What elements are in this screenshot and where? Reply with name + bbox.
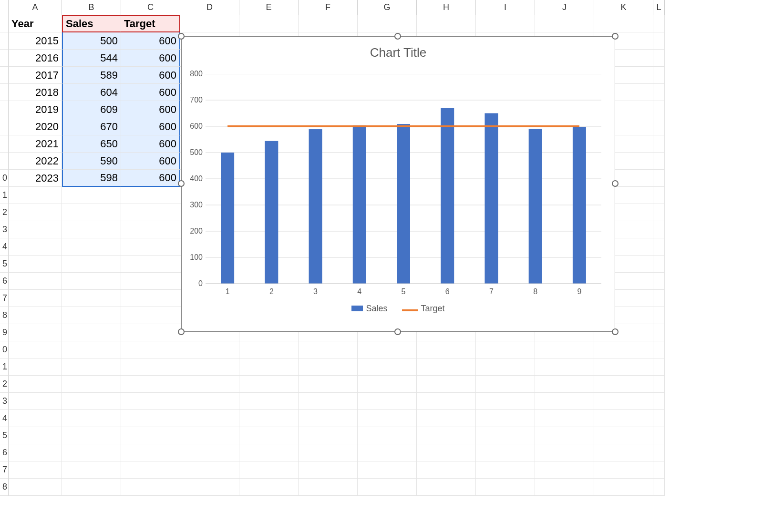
cell[interactable]	[62, 444, 121, 461]
cell[interactable]	[62, 273, 121, 290]
resize-handle-tl[interactable]	[178, 33, 185, 40]
cell[interactable]: 650	[62, 135, 121, 153]
cell[interactable]	[358, 461, 417, 479]
cell[interactable]: 2019	[9, 101, 62, 118]
cell[interactable]: 600	[121, 67, 180, 84]
column-header-E[interactable]: E	[239, 0, 299, 15]
cell[interactable]: 600	[121, 84, 180, 101]
cell[interactable]	[417, 461, 476, 479]
cell[interactable]	[653, 15, 665, 32]
row-header[interactable]	[0, 15, 9, 32]
cell[interactable]	[62, 393, 121, 410]
cell[interactable]	[180, 444, 239, 461]
cell[interactable]: 670	[62, 118, 121, 135]
cell[interactable]	[594, 358, 653, 376]
row-header[interactable]	[0, 50, 9, 67]
cell[interactable]	[594, 15, 653, 32]
cell[interactable]	[62, 479, 121, 496]
cell[interactable]	[9, 256, 62, 273]
cell[interactable]	[9, 427, 62, 444]
column-header-H[interactable]: H	[417, 0, 476, 15]
row-header[interactable]	[0, 118, 9, 135]
cell[interactable]	[535, 461, 594, 479]
cell[interactable]	[535, 393, 594, 410]
cell[interactable]: Year	[9, 15, 62, 32]
cell[interactable]	[476, 427, 535, 444]
resize-handle-mr[interactable]	[612, 180, 619, 187]
cell[interactable]	[239, 479, 299, 496]
cell[interactable]	[535, 479, 594, 496]
cell[interactable]	[594, 410, 653, 427]
cell[interactable]: 2017	[9, 67, 62, 84]
cell[interactable]	[653, 461, 665, 479]
cell[interactable]	[594, 444, 653, 461]
chart-y-axis[interactable]: 0100200300400500600700800	[182, 74, 205, 284]
cell[interactable]	[653, 256, 665, 273]
cell[interactable]	[121, 324, 180, 341]
row-header[interactable]: 2	[0, 204, 9, 221]
column-header-G[interactable]: G	[358, 0, 417, 15]
cell[interactable]	[535, 376, 594, 393]
cell[interactable]	[476, 15, 535, 32]
chart-title[interactable]: Chart Title	[182, 45, 615, 60]
cell[interactable]	[121, 393, 180, 410]
cell[interactable]	[121, 461, 180, 479]
cell[interactable]	[121, 358, 180, 376]
cell[interactable]	[239, 393, 299, 410]
cell[interactable]	[121, 307, 180, 324]
cell[interactable]	[653, 238, 665, 256]
row-header[interactable]: 5	[0, 256, 9, 273]
cell[interactable]: 609	[62, 101, 121, 118]
cell[interactable]	[9, 444, 62, 461]
cell[interactable]	[476, 358, 535, 376]
resize-handle-bm[interactable]	[394, 328, 401, 335]
cell[interactable]	[62, 290, 121, 307]
cell[interactable]	[180, 376, 239, 393]
cell[interactable]	[121, 204, 180, 221]
row-header[interactable]: 8	[0, 479, 9, 496]
cell[interactable]	[476, 461, 535, 479]
row-header[interactable]: 4	[0, 410, 9, 427]
row-header[interactable]: 7	[0, 461, 9, 479]
column-header-K[interactable]: K	[594, 0, 653, 15]
cell[interactable]	[653, 427, 665, 444]
cell[interactable]	[62, 341, 121, 358]
cell[interactable]	[535, 410, 594, 427]
bar[interactable]	[573, 127, 586, 284]
cell[interactable]: 2023	[9, 170, 62, 187]
row-header[interactable]: 1	[0, 358, 9, 376]
row-header[interactable]	[0, 153, 9, 170]
cell[interactable]	[121, 444, 180, 461]
cell[interactable]	[9, 238, 62, 256]
cell[interactable]	[121, 187, 180, 204]
cell[interactable]: 2021	[9, 135, 62, 153]
row-header[interactable]: 8	[0, 307, 9, 324]
row-header[interactable]: 2	[0, 376, 9, 393]
cell[interactable]	[417, 376, 476, 393]
cell[interactable]	[594, 479, 653, 496]
cell[interactable]	[653, 290, 665, 307]
cell[interactable]	[476, 393, 535, 410]
bar[interactable]	[485, 113, 498, 284]
row-header[interactable]: 4	[0, 238, 9, 256]
cell[interactable]	[180, 461, 239, 479]
bar[interactable]	[397, 124, 410, 284]
cell[interactable]	[299, 444, 358, 461]
cell[interactable]	[299, 427, 358, 444]
cell[interactable]	[121, 410, 180, 427]
cell[interactable]: Sales	[62, 15, 121, 32]
cell[interactable]	[653, 324, 665, 341]
row-header[interactable]: 3	[0, 221, 9, 238]
cell[interactable]: 600	[121, 135, 180, 153]
column-header-D[interactable]: D	[180, 0, 239, 15]
cell[interactable]	[239, 358, 299, 376]
cell[interactable]	[417, 410, 476, 427]
cell[interactable]	[9, 461, 62, 479]
chart-legend[interactable]: Sales Target	[182, 304, 615, 314]
resize-handle-tr[interactable]	[612, 33, 619, 40]
cell[interactable]	[594, 393, 653, 410]
cell[interactable]	[62, 410, 121, 427]
cell[interactable]: 600	[121, 170, 180, 187]
cell[interactable]: 2015	[9, 32, 62, 50]
cell[interactable]	[653, 101, 665, 118]
